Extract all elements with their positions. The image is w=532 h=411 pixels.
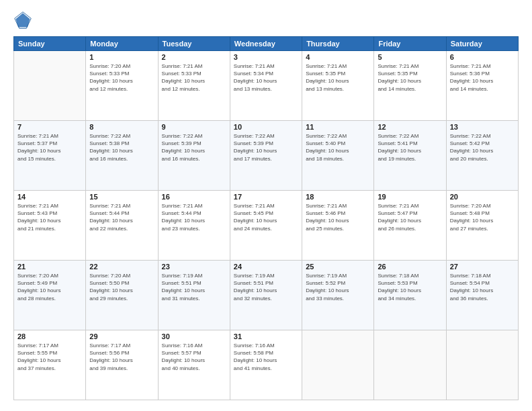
day-number: 27 [450, 263, 515, 271]
calendar-cell: 10Sunrise: 7:22 AM Sunset: 5:39 PM Dayli… [230, 121, 302, 191]
calendar-cell: 23Sunrise: 7:19 AM Sunset: 5:51 PM Dayli… [158, 261, 230, 330]
day-number: 23 [162, 263, 226, 271]
day-info: Sunrise: 7:21 AM Sunset: 5:35 PM Dayligh… [378, 62, 442, 93]
day-info: Sunrise: 7:20 AM Sunset: 5:48 PM Dayligh… [450, 202, 515, 232]
calendar-cell: 29Sunrise: 7:17 AM Sunset: 5:56 PM Dayli… [86, 330, 158, 400]
day-number: 11 [306, 123, 370, 131]
day-info: Sunrise: 7:21 AM Sunset: 5:34 PM Dayligh… [234, 62, 298, 93]
day-number: 26 [378, 263, 442, 271]
day-info: Sunrise: 7:21 AM Sunset: 5:47 PM Dayligh… [378, 202, 442, 232]
day-info: Sunrise: 7:19 AM Sunset: 5:52 PM Dayligh… [306, 272, 370, 302]
day-info: Sunrise: 7:21 AM Sunset: 5:45 PM Dayligh… [234, 202, 298, 232]
day-number: 12 [378, 123, 442, 131]
day-info: Sunrise: 7:20 AM Sunset: 5:50 PM Dayligh… [89, 272, 154, 302]
day-number: 19 [378, 193, 442, 201]
calendar-cell: 17Sunrise: 7:21 AM Sunset: 5:45 PM Dayli… [230, 191, 302, 261]
calendar-cell: 18Sunrise: 7:21 AM Sunset: 5:46 PM Dayli… [302, 191, 374, 261]
day-info: Sunrise: 7:20 AM Sunset: 5:49 PM Dayligh… [17, 272, 82, 302]
calendar-cell: 3Sunrise: 7:21 AM Sunset: 5:34 PM Daylig… [230, 51, 302, 121]
day-number: 24 [234, 263, 298, 271]
calendar-cell [14, 51, 86, 121]
day-info: Sunrise: 7:21 AM Sunset: 5:44 PM Dayligh… [89, 202, 154, 232]
col-header-tuesday: Tuesday [158, 37, 230, 51]
day-number: 10 [234, 123, 298, 131]
calendar-cell: 25Sunrise: 7:19 AM Sunset: 5:52 PM Dayli… [302, 261, 374, 330]
col-header-saturday: Saturday [446, 37, 518, 51]
day-info: Sunrise: 7:21 AM Sunset: 5:36 PM Dayligh… [450, 62, 515, 93]
calendar-cell: 1Sunrise: 7:20 AM Sunset: 5:33 PM Daylig… [86, 51, 158, 121]
day-info: Sunrise: 7:20 AM Sunset: 5:33 PM Dayligh… [89, 62, 154, 93]
calendar-cell: 7Sunrise: 7:21 AM Sunset: 5:37 PM Daylig… [14, 121, 86, 191]
day-number: 16 [162, 193, 226, 201]
calendar-cell: 6Sunrise: 7:21 AM Sunset: 5:36 PM Daylig… [446, 51, 518, 121]
calendar-cell [302, 330, 374, 400]
calendar-cell: 8Sunrise: 7:22 AM Sunset: 5:38 PM Daylig… [86, 121, 158, 191]
calendar-cell: 2Sunrise: 7:21 AM Sunset: 5:33 PM Daylig… [158, 51, 230, 121]
day-info: Sunrise: 7:21 AM Sunset: 5:37 PM Dayligh… [17, 132, 82, 163]
day-info: Sunrise: 7:16 AM Sunset: 5:58 PM Dayligh… [234, 342, 298, 372]
calendar-cell: 19Sunrise: 7:21 AM Sunset: 5:47 PM Dayli… [374, 191, 446, 261]
week-row-2: 7Sunrise: 7:21 AM Sunset: 5:37 PM Daylig… [14, 121, 519, 191]
logo-icon [13, 11, 32, 30]
day-number: 8 [89, 123, 154, 131]
col-header-thursday: Thursday [302, 37, 374, 51]
day-number: 2 [162, 53, 226, 61]
day-number: 9 [162, 123, 226, 131]
calendar-header-row: SundayMondayTuesdayWednesdayThursdayFrid… [14, 37, 519, 51]
week-row-3: 14Sunrise: 7:21 AM Sunset: 5:43 PM Dayli… [14, 191, 519, 261]
calendar-cell: 16Sunrise: 7:21 AM Sunset: 5:44 PM Dayli… [158, 191, 230, 261]
week-row-5: 28Sunrise: 7:17 AM Sunset: 5:55 PM Dayli… [14, 330, 519, 400]
calendar-cell: 21Sunrise: 7:20 AM Sunset: 5:49 PM Dayli… [14, 261, 86, 330]
calendar-cell: 26Sunrise: 7:18 AM Sunset: 5:53 PM Dayli… [374, 261, 446, 330]
day-number: 14 [17, 193, 82, 201]
day-info: Sunrise: 7:17 AM Sunset: 5:56 PM Dayligh… [89, 342, 154, 372]
calendar-cell [374, 330, 446, 400]
calendar-cell: 4Sunrise: 7:21 AM Sunset: 5:35 PM Daylig… [302, 51, 374, 121]
calendar-cell: 20Sunrise: 7:20 AM Sunset: 5:48 PM Dayli… [446, 191, 518, 261]
calendar-cell: 31Sunrise: 7:16 AM Sunset: 5:58 PM Dayli… [230, 330, 302, 400]
day-info: Sunrise: 7:22 AM Sunset: 5:38 PM Dayligh… [89, 132, 154, 163]
calendar-cell: 5Sunrise: 7:21 AM Sunset: 5:35 PM Daylig… [374, 51, 446, 121]
calendar-cell: 30Sunrise: 7:16 AM Sunset: 5:57 PM Dayli… [158, 330, 230, 400]
day-number: 31 [234, 332, 298, 340]
calendar-cell: 14Sunrise: 7:21 AM Sunset: 5:43 PM Dayli… [14, 191, 86, 261]
col-header-monday: Monday [86, 37, 158, 51]
day-info: Sunrise: 7:16 AM Sunset: 5:57 PM Dayligh… [162, 342, 226, 372]
day-number: 4 [306, 53, 370, 61]
col-header-friday: Friday [374, 37, 446, 51]
week-row-1: 1Sunrise: 7:20 AM Sunset: 5:33 PM Daylig… [14, 51, 519, 121]
day-number: 21 [17, 263, 82, 271]
day-number: 3 [234, 53, 298, 61]
header [13, 11, 519, 30]
day-number: 18 [306, 193, 370, 201]
day-number: 22 [89, 263, 154, 271]
calendar-cell: 13Sunrise: 7:22 AM Sunset: 5:42 PM Dayli… [446, 121, 518, 191]
day-info: Sunrise: 7:19 AM Sunset: 5:51 PM Dayligh… [234, 272, 298, 302]
day-number: 1 [89, 53, 154, 61]
calendar-cell: 15Sunrise: 7:21 AM Sunset: 5:44 PM Dayli… [86, 191, 158, 261]
calendar-cell: 9Sunrise: 7:22 AM Sunset: 5:39 PM Daylig… [158, 121, 230, 191]
day-info: Sunrise: 7:18 AM Sunset: 5:53 PM Dayligh… [378, 272, 442, 302]
calendar-cell: 28Sunrise: 7:17 AM Sunset: 5:55 PM Dayli… [14, 330, 86, 400]
calendar-cell: 22Sunrise: 7:20 AM Sunset: 5:50 PM Dayli… [86, 261, 158, 330]
col-header-sunday: Sunday [14, 37, 86, 51]
day-number: 6 [450, 53, 515, 61]
day-number: 25 [306, 263, 370, 271]
day-info: Sunrise: 7:21 AM Sunset: 5:46 PM Dayligh… [306, 202, 370, 232]
calendar-table: SundayMondayTuesdayWednesdayThursdayFrid… [13, 36, 519, 400]
day-number: 28 [17, 332, 82, 340]
day-number: 17 [234, 193, 298, 201]
week-row-4: 21Sunrise: 7:20 AM Sunset: 5:49 PM Dayli… [14, 261, 519, 330]
day-number: 15 [89, 193, 154, 201]
day-number: 13 [450, 123, 515, 131]
day-number: 30 [162, 332, 226, 340]
calendar-cell: 11Sunrise: 7:22 AM Sunset: 5:40 PM Dayli… [302, 121, 374, 191]
day-number: 29 [89, 332, 154, 340]
day-number: 7 [17, 123, 82, 131]
day-info: Sunrise: 7:22 AM Sunset: 5:40 PM Dayligh… [306, 132, 370, 163]
day-info: Sunrise: 7:21 AM Sunset: 5:43 PM Dayligh… [17, 202, 82, 232]
day-info: Sunrise: 7:19 AM Sunset: 5:51 PM Dayligh… [162, 272, 226, 302]
calendar-cell: 27Sunrise: 7:18 AM Sunset: 5:54 PM Dayli… [446, 261, 518, 330]
day-info: Sunrise: 7:22 AM Sunset: 5:39 PM Dayligh… [162, 132, 226, 163]
col-header-wednesday: Wednesday [230, 37, 302, 51]
